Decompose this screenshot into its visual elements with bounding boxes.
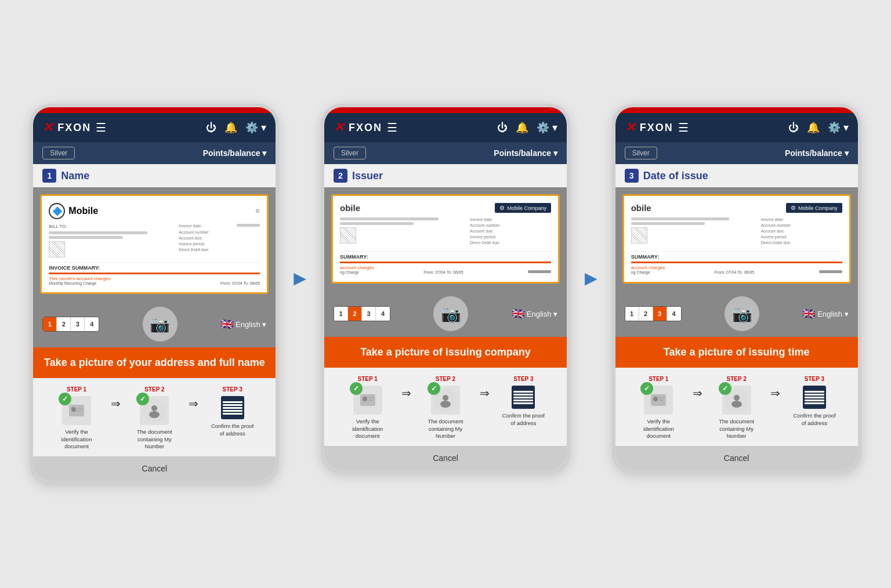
- bell-icon-1[interactable]: 🔔: [224, 121, 237, 134]
- doc-right-3: Inovice date: Account number: Account du…: [761, 217, 842, 246]
- dot-2-4[interactable]: 4: [376, 307, 390, 321]
- account-num-row-3: Account number:: [761, 223, 842, 227]
- hamburger-icon-3[interactable]: ☰: [678, 121, 689, 135]
- step-icon-bg-1-1: ✓: [62, 396, 91, 425]
- cta-area-3: Take a picture of issuing time: [615, 337, 858, 368]
- bell-icon-3[interactable]: 🔔: [807, 121, 820, 134]
- camera-btn-3[interactable]: 📷: [725, 296, 759, 331]
- cancel-btn-2[interactable]: Cancel: [433, 453, 458, 463]
- doc-logo-icon-1: 🔷: [49, 203, 65, 219]
- header-icons-3: ⏻ 🔔 ⚙️ ▾: [788, 121, 849, 134]
- svg-point-16: [734, 395, 740, 401]
- dot-1-1[interactable]: 1: [43, 317, 57, 331]
- lang-selector-3[interactable]: 🇬🇧 English ▾: [802, 307, 848, 320]
- steps-row-1: STEP 1 ✓ Verify the identifica: [42, 386, 266, 450]
- step-icon-bg-2-1: ✓: [353, 386, 382, 415]
- gear-icon-1[interactable]: ⚙️ ▾: [245, 121, 266, 134]
- account-due-row-3: Account due:: [761, 229, 842, 233]
- points-balance-3[interactable]: Points/balance ▾: [785, 148, 849, 158]
- step-dots-3: 1 2 3 4: [625, 306, 682, 321]
- cancel-bar-1: Cancel: [33, 456, 276, 481]
- points-balance-2[interactable]: Points/balance ▾: [494, 148, 557, 158]
- document-area-2: obile ⚙ Mobile Company Ino: [324, 187, 567, 291]
- hamburger-icon-1[interactable]: ☰: [96, 121, 106, 135]
- step-number-1: 1: [42, 169, 56, 183]
- step-dots-1: 1 2 3 4: [42, 317, 99, 332]
- dot-3-2[interactable]: 2: [639, 307, 653, 321]
- id-doc-icon-2: [359, 391, 376, 409]
- status-bar-3: Silver Points/balance ▾: [615, 142, 858, 164]
- inter-arrow-2: ►: [581, 266, 602, 291]
- dot-3-3[interactable]: 3: [653, 307, 667, 321]
- invoice-period-row-3: Inovice period:: [761, 235, 842, 239]
- dot-2-2[interactable]: 2: [348, 307, 362, 321]
- account-num-row-2: Account number:: [470, 223, 551, 227]
- summary-row-1: Monthly Recurring Charge From: 07/04 To:…: [49, 281, 260, 285]
- step-label-1: 1 Name: [33, 164, 276, 187]
- gear-icon-3[interactable]: ⚙️ ▾: [828, 121, 849, 134]
- check-2-1: ✓: [350, 382, 363, 395]
- charges-text-3: account charges: [631, 265, 842, 270]
- summary-row-3: ng Charge From: 07/04 To: 06/05: [631, 270, 842, 275]
- svg-point-11: [440, 401, 451, 408]
- lang-selector-1[interactable]: 🇬🇧 English ▾: [220, 318, 266, 331]
- document-area-1: 🔷 Mobile ⚙ BILL TO: Inovice date:: [33, 187, 276, 301]
- logo-x-1: ✕: [42, 120, 53, 135]
- steps-row-2: STEP 1 ✓ Verify the identifica: [334, 376, 557, 440]
- dot-3-1[interactable]: 1: [625, 307, 639, 321]
- doc-settings-icon-1: ⚙: [255, 208, 260, 214]
- doc-header-1: 🔷 Mobile ⚙: [49, 203, 260, 219]
- power-icon-2[interactable]: ⏻: [497, 122, 508, 134]
- qr-3: [631, 227, 647, 244]
- dot-2-3[interactable]: 3: [362, 307, 376, 321]
- points-balance-1[interactable]: Points/balance ▾: [203, 148, 267, 158]
- steps-area-2: STEP 1 ✓ Verify the identifica: [324, 368, 567, 445]
- step-label-3: 3 Date of issue: [615, 164, 858, 187]
- line-3-1: [631, 217, 730, 220]
- step-desc-1-2: The document containing My Number: [131, 429, 178, 450]
- bell-icon-2[interactable]: 🔔: [516, 121, 528, 134]
- person-svg-3: [729, 393, 744, 408]
- status-bar-2: Silver Points/balance ▾: [324, 142, 567, 164]
- dot-3-4[interactable]: 4: [667, 307, 681, 321]
- invoice-summary-label-3: SUMMARY:: [631, 254, 842, 260]
- qr-2: [340, 227, 356, 244]
- power-icon-3[interactable]: ⏻: [788, 122, 799, 134]
- step-number-3: 3: [625, 169, 639, 183]
- step-dots-2: 1 2 3 4: [334, 306, 390, 321]
- step-desc-2-2: The document containing My Number: [422, 418, 469, 440]
- logo-area-2: ✕ FXON ☰: [334, 120, 397, 135]
- camera-btn-1[interactable]: 📷: [143, 307, 178, 342]
- hamburger-icon-2[interactable]: ☰: [387, 121, 397, 135]
- step-title-3: Date of issue: [643, 170, 708, 182]
- line-1: [49, 231, 147, 234]
- cancel-btn-3[interactable]: Cancel: [724, 453, 749, 463]
- invoice-summary-label-1: INVOICE SUMMARY:: [49, 265, 260, 271]
- lang-selector-2[interactable]: 🇬🇧 English ▾: [512, 307, 557, 320]
- doc-title-2: obile: [340, 203, 360, 213]
- step-icon-area-1-2: ✓: [140, 396, 169, 425]
- cta-text-1: Take a picture of your address and full …: [42, 357, 266, 369]
- dot-1-4[interactable]: 4: [85, 317, 99, 331]
- step-item-2-3: STEP 3 Confirm the proof of: [490, 376, 557, 427]
- controls-row-1: 1 2 3 4 📷 🇬🇧 English ▾: [33, 301, 276, 347]
- camera-btn-2[interactable]: 📷: [433, 296, 468, 331]
- step-label-2-2: STEP 2: [436, 376, 455, 382]
- step-label-3-1: STEP 1: [649, 376, 668, 382]
- step-desc-3-3: Confirm the proof of address: [791, 412, 838, 427]
- steps-area-1: STEP 1 ✓ Verify the identifica: [33, 378, 276, 456]
- power-icon-1[interactable]: ⏻: [206, 122, 216, 134]
- doc-logo-1: 🔷 Mobile: [49, 203, 98, 219]
- svg-rect-8: [368, 397, 374, 398]
- person-svg-1: [147, 403, 162, 418]
- gear-icon-2[interactable]: ⚙️ ▾: [537, 121, 557, 134]
- account-num-row-1: Account number:: [179, 230, 260, 234]
- steps-area-3: STEP 1 ✓ Verify the identifica: [615, 368, 858, 445]
- doc-left-3: [631, 217, 754, 246]
- cancel-btn-1[interactable]: Cancel: [142, 464, 168, 473]
- dot-2-1[interactable]: 1: [334, 307, 348, 321]
- dot-1-3[interactable]: 3: [71, 317, 85, 331]
- doc-body-2: Inovice date: Account number: Account du…: [340, 217, 551, 246]
- doc-title-3: obile: [631, 203, 651, 213]
- dot-1-2[interactable]: 2: [57, 317, 71, 331]
